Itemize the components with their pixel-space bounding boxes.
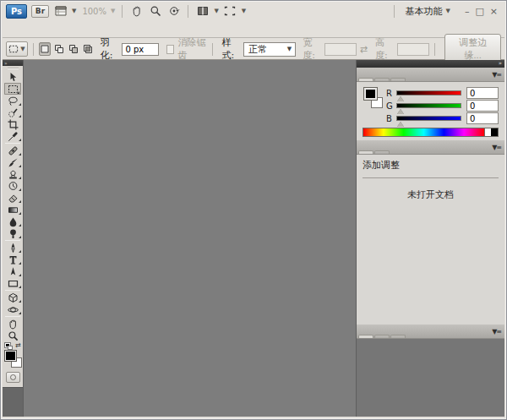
divider (188, 5, 188, 18)
menu-item[interactable] (18, 26, 33, 31)
restore-button[interactable]: □ (475, 7, 483, 16)
gradient-tool[interactable] (3, 204, 23, 215)
menu-item[interactable] (79, 26, 94, 31)
adjustments-panel: 添加调整 未打开文档 (357, 155, 504, 325)
panel-tab[interactable] (374, 150, 390, 154)
view-extras-caret[interactable]: ▼ (72, 8, 76, 14)
menu-item[interactable] (124, 26, 139, 31)
hand-tool[interactable] (3, 318, 23, 330)
foreground-swatch[interactable] (364, 88, 377, 100)
swap-colors-icon[interactable]: ⇄ (15, 341, 21, 349)
feather-label: 羽化: (101, 36, 118, 62)
tool-preset-picker[interactable]: ▼ (6, 41, 28, 57)
panel-menu-icon[interactable]: ▼≡ (490, 144, 503, 154)
height-label: 高度: (375, 36, 393, 62)
blur-tool[interactable] (3, 215, 23, 227)
slider-handle[interactable] (397, 96, 404, 101)
toolbar-collapse-icon[interactable]: » (3, 60, 23, 66)
move-tool[interactable] (3, 71, 23, 83)
eyedropper-tool[interactable] (3, 130, 23, 142)
height-input (397, 43, 429, 56)
3d-orbit-tool[interactable] (3, 303, 23, 315)
panel-menu-icon[interactable]: ▼≡ (490, 71, 503, 81)
feather-input[interactable] (122, 43, 159, 56)
panel-tab[interactable] (358, 78, 373, 81)
minimize-button[interactable]: – (465, 7, 470, 16)
rectangle-tool[interactable] (3, 277, 23, 289)
color-spectrum-ramp[interactable] (363, 128, 499, 137)
menu-item[interactable] (3, 26, 18, 31)
color-slider-row: R (386, 87, 499, 99)
panel-tab[interactable] (390, 78, 406, 81)
panel-tab[interactable] (374, 78, 390, 81)
panel-tab[interactable] (358, 335, 373, 338)
type-tool[interactable] (3, 254, 23, 265)
menu-item[interactable] (139, 26, 155, 31)
photoshop-window: Ps Br ▼ 100% ▼ ▼ ▼ 基本功能 ▼ (0, 0, 507, 420)
antialias-checkbox-box (166, 45, 174, 54)
slider-track[interactable] (396, 90, 461, 95)
collapse-arrows-icon[interactable]: » (499, 61, 502, 67)
adjustments-panel-tabs: ▼≡ (357, 140, 504, 155)
brush-tool[interactable] (3, 156, 23, 168)
hand-icon[interactable] (129, 5, 144, 18)
channel-value-input[interactable] (466, 100, 499, 112)
spot-healing-brush-tool[interactable] (3, 145, 23, 156)
quick-mask-button[interactable] (6, 372, 20, 383)
screen-mode-caret[interactable]: ▼ (242, 8, 246, 14)
lasso-tool[interactable] (3, 95, 23, 106)
clone-stamp-tool[interactable] (3, 168, 23, 180)
add-to-selection-button[interactable] (53, 42, 65, 56)
style-label: 样式: (221, 36, 239, 62)
crop-tool[interactable] (3, 118, 23, 130)
eraser-tool[interactable] (3, 192, 23, 204)
menu-item[interactable] (33, 26, 48, 31)
history-brush-tool[interactable] (3, 180, 23, 192)
launch-bridge-button[interactable]: Br (31, 5, 49, 18)
channel-value-input[interactable] (466, 112, 499, 124)
default-colors-icon[interactable] (5, 343, 13, 350)
panel-tab[interactable] (358, 150, 373, 154)
tool-separator (5, 316, 20, 317)
channel-value-input[interactable] (466, 87, 499, 99)
pen-tool[interactable] (3, 242, 23, 254)
panel-menu-icon[interactable]: ▼≡ (490, 328, 503, 338)
zoom-icon[interactable] (148, 5, 162, 18)
divider (122, 5, 123, 18)
antialias-label: 消除锯齿 (177, 36, 206, 62)
panel-tab[interactable] (390, 335, 406, 338)
style-dropdown[interactable]: 正常 ▼ (243, 42, 296, 57)
new-selection-button[interactable] (39, 42, 51, 56)
rotate-view-icon[interactable] (166, 5, 181, 18)
slider-track[interactable] (396, 103, 461, 108)
path-selection-tool[interactable] (3, 265, 23, 277)
panel-tab[interactable] (374, 335, 390, 338)
menu-item[interactable] (155, 26, 170, 31)
menu-item[interactable] (63, 26, 79, 31)
menu-item[interactable] (109, 26, 124, 31)
slider-handle[interactable] (397, 122, 404, 127)
workspace-caret: ▼ (445, 8, 450, 14)
zoom-tool[interactable] (3, 330, 23, 341)
3d-rotate-tool[interactable] (3, 292, 23, 303)
slider-handle[interactable] (397, 109, 404, 114)
rectangular-marquee-tool[interactable] (4, 83, 21, 95)
add-adjustment-label: 添加调整 (363, 159, 499, 172)
tool-separator (5, 290, 20, 291)
menu-item[interactable] (94, 26, 109, 31)
subtract-from-selection-button[interactable] (68, 42, 79, 56)
close-button[interactable]: × (490, 7, 498, 16)
tools-panel: » ⇄ (3, 60, 23, 388)
intersect-selection-button[interactable] (82, 42, 94, 56)
menu-bar (3, 20, 504, 38)
menu-item[interactable] (48, 26, 63, 31)
workspace-switcher[interactable]: 基本功能 ▼ (401, 5, 453, 18)
foreground-swatch[interactable] (5, 351, 16, 361)
screen-mode-icon[interactable] (223, 5, 237, 18)
view-extras-icon[interactable] (53, 5, 68, 18)
arrange-documents-caret[interactable]: ▼ (214, 8, 218, 14)
arrange-documents-icon[interactable] (195, 5, 210, 18)
dodge-tool[interactable] (3, 227, 23, 239)
slider-track[interactable] (396, 116, 461, 121)
quick-selection-tool[interactable] (3, 106, 23, 118)
